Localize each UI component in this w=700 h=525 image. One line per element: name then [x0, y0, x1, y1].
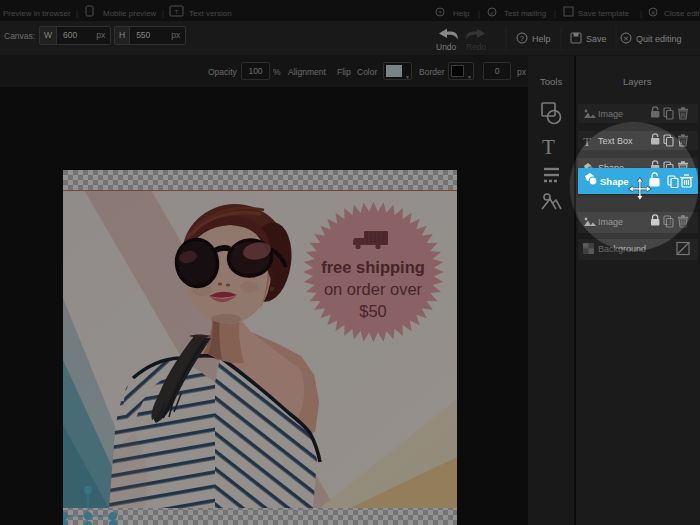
svg-text:T: T [542, 135, 555, 159]
svg-text:$50: $50 [359, 302, 387, 320]
svg-text:✕: ✕ [623, 35, 628, 42]
svg-text:Quit editing: Quit editing [636, 34, 682, 44]
svg-text:on order over: on order over [324, 280, 423, 298]
svg-text:?: ? [438, 10, 442, 16]
svg-text:Redo: Redo [466, 42, 487, 52]
svg-text:✕: ✕ [650, 10, 655, 16]
svg-text:✓: ✓ [489, 10, 494, 16]
svg-text:Save: Save [586, 34, 607, 44]
svg-text:Undo: Undo [436, 42, 457, 52]
svg-text:T: T [175, 9, 179, 15]
svg-text:free shipping: free shipping [321, 258, 425, 276]
svg-text:?: ? [520, 35, 524, 42]
svg-text:T: T [583, 134, 591, 149]
svg-text:Help: Help [532, 34, 551, 44]
